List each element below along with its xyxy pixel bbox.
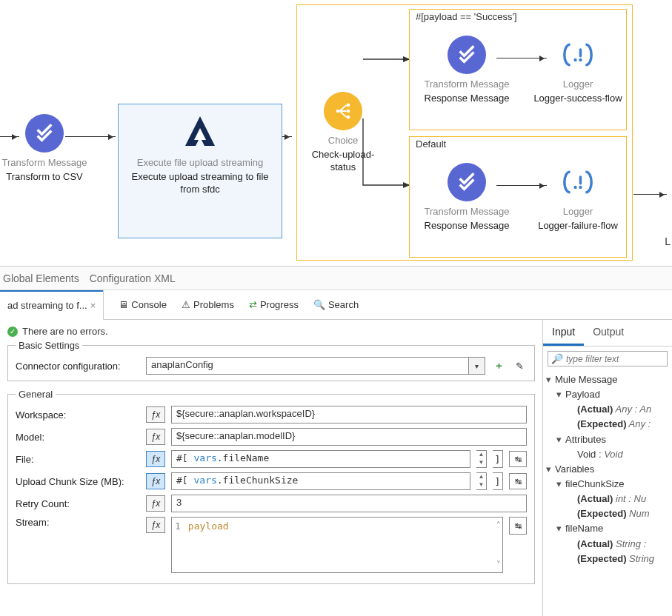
node-execute-upload[interactable]: Execute file upload streaming Execute up… bbox=[122, 111, 278, 196]
node-transform-default[interactable]: Transform Message Response Message bbox=[415, 163, 519, 232]
progress-icon: ⇄ bbox=[249, 299, 257, 310]
fx-button[interactable]: ƒx bbox=[146, 429, 165, 445]
filter-input[interactable] bbox=[566, 354, 664, 364]
search-icon: 🔍 bbox=[313, 299, 325, 310]
tab-console[interactable]: 🖥Console bbox=[111, 290, 174, 320]
tab-search[interactable]: 🔍Search bbox=[306, 290, 366, 320]
transform-icon bbox=[25, 114, 64, 153]
view-tabs: ad streaming to f... × 🖥Console ⚠Problem… bbox=[0, 290, 672, 320]
tab-config-xml[interactable]: Configuration XML bbox=[90, 272, 176, 284]
filter-box[interactable]: 🔎 bbox=[548, 351, 668, 366]
arrow-icon bbox=[633, 194, 667, 195]
stream-editor[interactable]: 1payload ˄ ˅ bbox=[171, 517, 503, 573]
tree-node[interactable]: Variables bbox=[555, 463, 594, 475]
retry-row: Retry Count: ƒx 3 bbox=[16, 495, 527, 512]
tab-output[interactable]: Output bbox=[584, 320, 633, 346]
scroll-up-icon[interactable]: ˄ bbox=[496, 520, 501, 530]
tree-node[interactable]: fileChunkSize bbox=[565, 478, 625, 489]
editor-tabs: Global Elements Configuration XML bbox=[0, 267, 672, 290]
tab-label: Progress bbox=[260, 299, 299, 310]
field-label: Connector configuration: bbox=[16, 361, 140, 372]
node-logger-default[interactable]: Logger Logger-failure-flow bbox=[533, 163, 622, 232]
connector-value[interactable]: anaplanConfig bbox=[146, 357, 469, 375]
fx-button[interactable]: ƒx bbox=[146, 517, 165, 533]
close-icon[interactable]: × bbox=[90, 300, 96, 311]
tab-label: Problems bbox=[193, 299, 234, 310]
group-title: General bbox=[16, 389, 56, 400]
tree-node[interactable]: Mule Message bbox=[555, 374, 618, 385]
workspace-input[interactable]: ${secure::anaplan.workspaceID} bbox=[171, 406, 527, 424]
field-label: Stream: bbox=[16, 517, 140, 528]
tree-node[interactable]: fileName bbox=[565, 523, 603, 534]
connector-select[interactable]: anaplanConfig ▾ bbox=[146, 357, 485, 375]
node-choice[interactable]: Choice Check-upload-status bbox=[302, 92, 384, 174]
svg-point-3 bbox=[347, 116, 350, 119]
add-icon[interactable]: ＋ bbox=[491, 358, 506, 373]
fx-button[interactable]: ƒx bbox=[146, 406, 165, 423]
node-logger-success[interactable]: Logger Logger-success-flow bbox=[533, 36, 622, 105]
chunk-input[interactable]: #[ vars.fileChunkSize bbox=[171, 472, 470, 490]
tab-progress[interactable]: ⇄Progress bbox=[242, 290, 306, 320]
node-label: Transform to CSV bbox=[0, 171, 89, 184]
map-icon[interactable]: ↹ bbox=[509, 473, 527, 489]
node-type-label: Choice bbox=[302, 135, 384, 146]
edit-icon[interactable]: ✎ bbox=[512, 358, 527, 373]
transform-icon bbox=[448, 163, 486, 201]
tab-label: ad streaming to f... bbox=[7, 300, 87, 311]
svg-point-2 bbox=[347, 110, 350, 113]
problems-icon: ⚠ bbox=[182, 299, 190, 310]
fx-button[interactable]: ƒx bbox=[146, 451, 165, 467]
stream-row: Stream: ƒx 1payload ˄ ˅ ↹ bbox=[16, 517, 527, 573]
spinner[interactable]: ▲▼ bbox=[476, 450, 487, 468]
model-row: Model: ƒx ${secure::anaplan.modelID} bbox=[16, 428, 527, 446]
line-number: 1 bbox=[175, 520, 181, 532]
chevron-down-icon[interactable]: ▾ bbox=[469, 357, 485, 375]
svg-point-1 bbox=[347, 104, 350, 107]
map-icon[interactable]: ↹ bbox=[509, 517, 527, 535]
general-group: General Workspace: ƒx ${secure::anaplan.… bbox=[7, 389, 535, 584]
anaplan-icon bbox=[173, 111, 227, 153]
node-label: Logger-success-flow bbox=[533, 93, 622, 105]
metadata-tree[interactable]: ▾Mule Message ▾Payload (Actual) Any : An… bbox=[543, 371, 672, 568]
cut-label: L bbox=[665, 235, 671, 247]
node-label: Logger-failure-flow bbox=[533, 220, 622, 232]
flow-canvas[interactable]: Transform Message Transform to CSV Execu… bbox=[0, 0, 672, 267]
fx-button[interactable]: ƒx bbox=[146, 473, 165, 489]
node-transform-success[interactable]: Transform Message Response Message bbox=[415, 36, 519, 105]
map-icon[interactable]: ↹ bbox=[509, 451, 527, 467]
close-bracket: ] bbox=[493, 450, 503, 468]
node-type-label: Transform Message bbox=[0, 157, 89, 168]
code-text: payload bbox=[188, 520, 229, 532]
tree-node[interactable]: Attributes bbox=[565, 434, 606, 445]
tab-label: Console bbox=[131, 299, 167, 310]
model-input[interactable]: ${secure::anaplan.modelID} bbox=[171, 428, 527, 446]
spinner[interactable]: ▲▼ bbox=[476, 472, 487, 490]
console-icon: 🖥 bbox=[119, 299, 128, 310]
retry-input[interactable]: 3 bbox=[171, 495, 527, 512]
transform-icon bbox=[448, 36, 486, 74]
tab-global-elements[interactable]: Global Elements bbox=[3, 272, 79, 284]
svg-point-0 bbox=[336, 110, 340, 113]
field-label: Upload Chunk Size (MB): bbox=[16, 476, 140, 487]
scroll-down-icon[interactable]: ˅ bbox=[496, 560, 501, 569]
node-label: Execute upload streaming to file from sf… bbox=[122, 171, 278, 196]
node-type-label: Transform Message bbox=[415, 78, 519, 90]
status-text: There are no errors. bbox=[22, 326, 108, 337]
tab-input[interactable]: Input bbox=[543, 320, 584, 346]
status-bar: ✓ There are no errors. bbox=[7, 326, 535, 337]
close-bracket: ] bbox=[493, 472, 503, 490]
group-title: Basic Settings bbox=[16, 340, 82, 351]
node-type-label: Execute file upload streaming bbox=[122, 157, 278, 168]
fx-button[interactable]: ƒx bbox=[146, 495, 165, 512]
tab-problems[interactable]: ⚠Problems bbox=[174, 290, 242, 320]
tab-properties[interactable]: ad streaming to f... × bbox=[0, 290, 103, 320]
tab-label: Search bbox=[328, 299, 359, 310]
logger-icon bbox=[559, 163, 597, 201]
file-input[interactable]: #[ vars.fileName bbox=[171, 450, 470, 468]
basic-settings-group: Basic Settings Connector configuration: … bbox=[7, 340, 535, 381]
node-label: Response Message bbox=[415, 220, 519, 232]
node-transform-csv[interactable]: Transform Message Transform to CSV bbox=[0, 114, 89, 184]
field-label: Workspace: bbox=[16, 409, 140, 421]
tree-node[interactable]: Payload bbox=[565, 389, 600, 400]
svg-point-4 bbox=[573, 58, 576, 61]
